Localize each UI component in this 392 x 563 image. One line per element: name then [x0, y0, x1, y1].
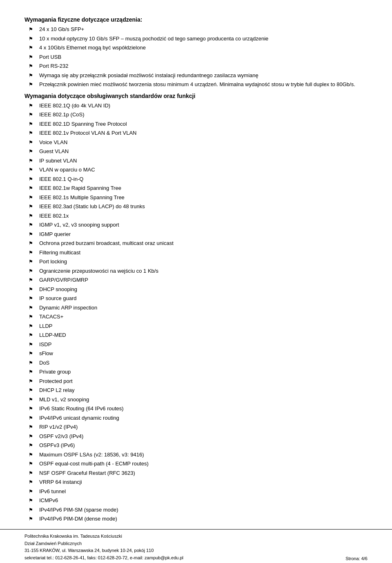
section1-list: ⚑24 x 10 Gb/s SFP+⚑10 x moduł optyczny 1… [29, 25, 368, 89]
item-text: IGMP querier [39, 230, 368, 238]
item-text: Port locking [39, 258, 368, 266]
list-item: ⚑VRRP 64 instancji [29, 478, 368, 486]
bullet-icon: ⚑ [29, 341, 38, 348]
bullet-icon: ⚑ [29, 26, 38, 33]
list-item: ⚑Ograniczenie przepustowości na wejściu … [29, 267, 368, 275]
item-text: LLDP [39, 322, 368, 330]
list-item: ⚑OSPFv3 (IPv6) [29, 441, 368, 450]
section1: Wymagania fizyczne dotyczące urządzenia:… [24, 16, 368, 89]
list-item: ⚑IEEE 802.1D Spanning Tree Protocol [29, 120, 368, 128]
bullet-icon: ⚑ [29, 176, 38, 183]
bullet-icon: ⚑ [29, 313, 38, 320]
footer: Politechnika Krakowska im. Tadeusza Kośc… [0, 529, 392, 563]
section1-title: Wymagania fizyczne dotyczące urządzenia: [24, 16, 368, 23]
list-item: ⚑Guest VLAN [29, 147, 368, 156]
item-text: IPv4/IPv6 unicast dynamic routing [39, 414, 368, 422]
bullet-icon: ⚑ [29, 478, 38, 486]
list-item: ⚑IEEE 802.1 Q-in-Q [29, 175, 368, 183]
list-item: ⚑Protected port [29, 377, 368, 385]
list-item: ⚑IEEE 802.3ad (Static lub LACP) do 48 tr… [29, 203, 368, 211]
item-text: Ograniczenie przepustowości na wejściu c… [39, 267, 368, 275]
item-text: MLD v1, v2 snooping [39, 396, 368, 404]
bullet-icon: ⚑ [29, 359, 38, 367]
list-item: ⚑Port locking [29, 258, 368, 266]
list-item: ⚑IPv6 Static Routing (64 IPv6 routes) [29, 405, 368, 413]
bullet-icon: ⚑ [29, 332, 38, 339]
bullet-icon: ⚑ [29, 72, 38, 79]
bullet-icon: ⚑ [29, 470, 38, 477]
list-item: ⚑GARP/GVRP/GMRP [29, 276, 368, 284]
bullet-icon: ⚑ [29, 148, 38, 155]
bullet-icon: ⚑ [29, 506, 38, 514]
list-item: ⚑VLAN w oparciu o MAC [29, 166, 368, 174]
list-item: ⚑IPv6 tunnel [29, 487, 368, 496]
item-text: IEEE 802.1 Q-in-Q [39, 175, 368, 183]
item-text: sFlow [39, 349, 368, 358]
bullet-icon: ⚑ [29, 267, 38, 275]
footer-line1: Politechnika Krakowska im. Tadeusza Kośc… [24, 533, 368, 540]
list-item: ⚑ISDP [29, 340, 368, 349]
item-text: IPv4/IPv6 PIM-SM (sparse mode) [39, 506, 368, 514]
page-number: Strona: 4/6 [345, 556, 368, 561]
bullet-icon: ⚑ [29, 304, 38, 312]
bullet-icon: ⚑ [29, 368, 38, 376]
list-item: ⚑IPv4/IPv6 PIM-SM (sparse mode) [29, 506, 368, 514]
item-text: IEEE 802.1Q (do 4k VLAN ID) [39, 102, 368, 110]
list-item: ⚑IEEE 802.1Q (do 4k VLAN ID) [29, 102, 368, 110]
bullet-icon: ⚑ [29, 129, 38, 137]
item-text: ISDP [39, 340, 368, 349]
item-text: RIP v1/v2 (IPv4) [39, 423, 368, 431]
bullet-icon: ⚑ [29, 258, 38, 265]
bullet-icon: ⚑ [29, 249, 38, 256]
item-text: Port RS-232 [39, 62, 368, 70]
list-item: ⚑MLD v1, v2 snooping [29, 396, 368, 404]
bullet-icon: ⚑ [29, 203, 38, 210]
bullet-icon: ⚑ [29, 139, 38, 146]
bullet-icon: ⚑ [29, 414, 38, 422]
item-text: OSPFv3 (IPv6) [39, 441, 368, 450]
bullet-icon: ⚑ [29, 157, 38, 165]
bullet-icon: ⚑ [29, 185, 38, 192]
item-text: VRRP 64 instancji [39, 478, 368, 486]
bullet-icon: ⚑ [29, 497, 38, 504]
bullet-icon: ⚑ [29, 515, 38, 523]
footer-line4: sekretariat tel.: 012-628-26-41, faks: 0… [24, 554, 368, 562]
list-item: ⚑ICMPv6 [29, 496, 368, 505]
bullet-icon: ⚑ [29, 166, 38, 174]
item-text: Filtering multicast [39, 249, 368, 257]
item-text: IEEE 802.1s Multiple Spanning Tree [39, 194, 368, 202]
list-item: ⚑DoS [29, 359, 368, 367]
list-item: ⚑4 x 10Gb/s Ethernet mogą być współdziel… [29, 44, 368, 52]
list-item: ⚑IP source guard [29, 294, 368, 303]
footer-line3: 31-155 KRAKÓW, ul. Warszawska 24, budyne… [24, 547, 368, 554]
bullet-icon: ⚑ [29, 221, 38, 229]
item-text: Guest VLAN [39, 147, 368, 156]
list-item: ⚑IEEE 802.1v Protocol VLAN & Port VLAN [29, 129, 368, 137]
item-text: Protected port [39, 377, 368, 385]
item-text: IP source guard [39, 294, 368, 303]
item-text: Voice VLAN [39, 138, 368, 147]
list-item: ⚑Dynamic ARP inspection [29, 304, 368, 312]
item-text: IEEE 802.1D Spanning Tree Protocol [39, 120, 368, 128]
item-text: IPv4/IPv6 PIM-DM (dense mode) [39, 515, 368, 523]
item-text: IEEE 802.1w Rapid Spanning Tree [39, 184, 368, 192]
list-item: ⚑Voice VLAN [29, 138, 368, 147]
list-item: ⚑Port RS-232 [29, 62, 368, 70]
bullet-icon: ⚑ [29, 62, 38, 70]
list-item: ⚑IGMP v1, v2, v3 snooping support [29, 221, 368, 229]
list-item: ⚑IEEE 802.1x [29, 212, 368, 220]
bullet-icon: ⚑ [29, 295, 38, 302]
section2-title: Wymagania dotyczące obsługiwanych standa… [24, 93, 368, 99]
list-item: ⚑NSF OSPF Graceful Restart (RFC 3623) [29, 469, 368, 477]
bullet-icon: ⚑ [29, 102, 38, 109]
list-item: ⚑TACACS+ [29, 313, 368, 321]
item-text: IEEE 802.1v Protocol VLAN & Port VLAN [39, 129, 368, 137]
bullet-icon: ⚑ [29, 240, 38, 247]
bullet-icon: ⚑ [29, 396, 38, 403]
item-text: 10 x moduł optyczny 10 Gb/s SFP – muszą … [39, 35, 368, 43]
item-text: NSF OSPF Graceful Restart (RFC 3623) [39, 469, 368, 477]
list-item: ⚑Przełącznik powinien mieć możliwość two… [29, 80, 368, 89]
item-text: Maximum OSPF LSAs (v2: 18536, v3: 9416) [39, 451, 368, 459]
bullet-icon: ⚑ [29, 44, 38, 51]
list-item: ⚑sFlow [29, 349, 368, 358]
